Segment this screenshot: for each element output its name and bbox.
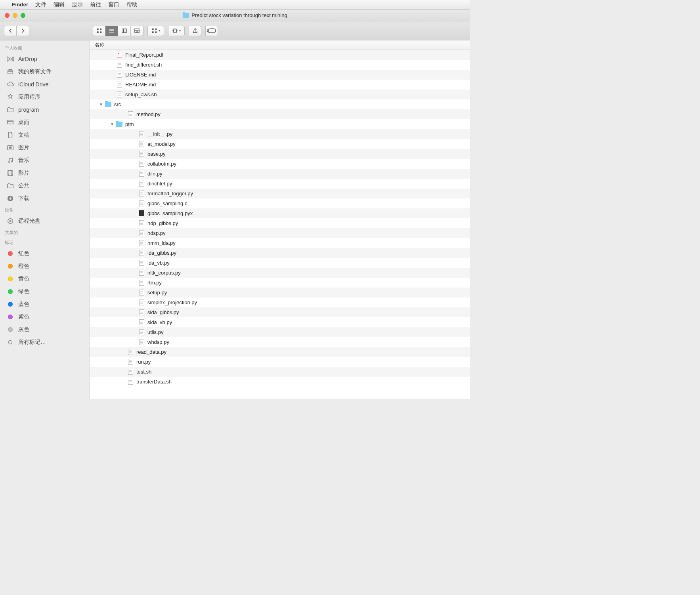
file-row[interactable]: base.py xyxy=(90,149,470,159)
menubar: Finder 文件 编辑 显示 前往 窗口 帮助 xyxy=(0,0,470,10)
edit-tags-button[interactable] xyxy=(205,26,218,36)
file-row[interactable]: find_different.sh xyxy=(90,60,470,70)
file-row[interactable]: read_data.py xyxy=(90,347,470,357)
sidebar-item[interactable]: 文稿 xyxy=(0,129,90,141)
file-row[interactable]: lda_gibbs.py xyxy=(90,248,470,258)
list-view-button[interactable] xyxy=(105,26,118,36)
file-row[interactable]: gibbs_sampling.c xyxy=(90,198,470,208)
sidebar-item[interactable]: 远程光盘 xyxy=(0,215,90,227)
file-row[interactable]: test.sh xyxy=(90,367,470,377)
file-row[interactable]: slda_vb.py xyxy=(90,317,470,327)
arrange-button[interactable]: ▾ xyxy=(147,26,164,36)
svg-rect-7 xyxy=(155,29,157,30)
file-row[interactable]: utils.py xyxy=(90,327,470,337)
sidebar-item[interactable]: 紫色 xyxy=(0,311,90,323)
share-button[interactable] xyxy=(189,26,201,36)
sidebar-item[interactable]: AirDrop xyxy=(0,53,90,65)
file-row[interactable]: whdsp.py xyxy=(90,337,470,347)
sidebar-item-label: 绿色 xyxy=(18,288,29,295)
sidebar-item-label: 下载 xyxy=(18,195,29,202)
app-name[interactable]: Finder xyxy=(12,2,28,8)
file-name: method.py xyxy=(136,111,161,117)
sidebar-item-label: 我的所有文件 xyxy=(18,68,52,75)
file-row[interactable]: dirichlet.py xyxy=(90,179,470,189)
sidebar-item[interactable]: 红色 xyxy=(0,247,90,260)
sidebar-item[interactable]: 灰色 xyxy=(0,323,90,336)
file-row[interactable]: setup.py xyxy=(90,288,470,298)
menu-window[interactable]: 窗口 xyxy=(108,1,119,8)
icon-view-button[interactable] xyxy=(93,26,105,36)
menu-help[interactable]: 帮助 xyxy=(126,1,138,8)
menu-view[interactable]: 显示 xyxy=(72,1,83,8)
sidebar-item[interactable]: 音乐 xyxy=(0,154,90,167)
coverflow-view-button[interactable] xyxy=(131,26,143,36)
sidebar-item[interactable]: 应用程序 xyxy=(0,91,90,103)
menu-edit[interactable]: 编辑 xyxy=(54,1,65,8)
sidebar-item[interactable]: 绿色 xyxy=(0,285,90,298)
sidebar-item-label: 蓝色 xyxy=(18,301,29,308)
sidebar-item[interactable]: 图片 xyxy=(0,141,90,154)
file-name: setup.py xyxy=(147,290,167,296)
sidebar-item[interactable]: iCloud Drive xyxy=(0,78,90,91)
file-name: lda_gibbs.py xyxy=(147,250,176,256)
file-row[interactable]: ▼ptm xyxy=(90,119,470,129)
file-row[interactable]: run.py xyxy=(90,357,470,367)
file-row[interactable]: gibbs_sampling.pyx xyxy=(90,208,470,218)
file-icon xyxy=(138,161,145,167)
file-row[interactable]: collabotm.py xyxy=(90,159,470,169)
file-icon xyxy=(138,230,145,236)
sidebar-item[interactable]: 影片 xyxy=(0,167,90,179)
file-row[interactable]: __init__.py xyxy=(90,129,470,139)
file-row[interactable]: lda_vb.py xyxy=(90,258,470,268)
sidebar-item[interactable]: 我的所有文件 xyxy=(0,65,90,78)
window-title: Predict stock variation through text min… xyxy=(182,12,287,18)
sidebar-item[interactable]: 公共 xyxy=(0,179,90,192)
action-button[interactable]: ▾ xyxy=(168,26,185,36)
file-row[interactable]: method.py xyxy=(90,109,470,119)
file-row[interactable]: diln.py xyxy=(90,169,470,179)
file-row[interactable]: setup_aws.sh xyxy=(90,90,470,99)
file-row[interactable]: hdp_gibbs.py xyxy=(90,218,470,228)
file-row[interactable]: transferData.sh xyxy=(90,377,470,387)
svg-point-10 xyxy=(173,29,176,32)
column-view-button[interactable] xyxy=(118,26,131,36)
file-row[interactable]: ▼src xyxy=(90,99,470,109)
file-name: transferData.sh xyxy=(136,379,172,385)
sidebar-item[interactable]: 橙色 xyxy=(0,260,90,273)
file-row[interactable]: formatted_logger.py xyxy=(90,189,470,198)
sidebar-item[interactable]: 黄色 xyxy=(0,273,90,285)
file-row[interactable]: slda_gibbs.py xyxy=(90,307,470,317)
file-name: at_model.py xyxy=(147,141,176,147)
sidebar-item-label: 所有标记… xyxy=(18,339,46,346)
sidebar-item[interactable]: program xyxy=(0,103,90,116)
file-row[interactable]: hdsp.py xyxy=(90,228,470,238)
close-button[interactable] xyxy=(5,13,10,18)
sidebar-item[interactable]: 所有标记… xyxy=(0,336,90,349)
zoom-button[interactable] xyxy=(21,13,25,18)
disclosure-triangle-icon[interactable]: ▼ xyxy=(98,102,104,107)
folder-icon xyxy=(116,121,122,128)
file-name: rtm.py xyxy=(147,280,162,286)
file-row[interactable]: simplex_projection.py xyxy=(90,298,470,307)
file-row[interactable]: hmm_lda.py xyxy=(90,238,470,248)
file-row[interactable]: LICENSE.md xyxy=(90,70,470,80)
svg-point-22 xyxy=(8,219,13,224)
file-icon xyxy=(127,369,134,375)
menu-file[interactable]: 文件 xyxy=(35,1,46,8)
file-row[interactable]: rtm.py xyxy=(90,278,470,288)
sidebar-item[interactable]: 下载 xyxy=(0,192,90,205)
window-title-text: Predict stock variation through text min… xyxy=(191,12,287,18)
svg-rect-8 xyxy=(152,31,154,33)
file-row[interactable]: at_model.py xyxy=(90,139,470,149)
menu-go[interactable]: 前往 xyxy=(90,1,101,8)
forward-button[interactable] xyxy=(17,26,29,36)
file-row[interactable]: nltk_corpus.py xyxy=(90,268,470,278)
back-button[interactable] xyxy=(4,26,17,36)
column-header-name[interactable]: 名称 xyxy=(90,40,470,50)
sidebar-item[interactable]: 桌面 xyxy=(0,116,90,129)
disclosure-triangle-icon[interactable]: ▼ xyxy=(109,122,115,126)
sidebar-item[interactable]: 蓝色 xyxy=(0,298,90,311)
file-row[interactable]: Final_Report.pdf xyxy=(90,50,470,60)
file-row[interactable]: README.md xyxy=(90,80,470,90)
minimize-button[interactable] xyxy=(13,13,17,18)
